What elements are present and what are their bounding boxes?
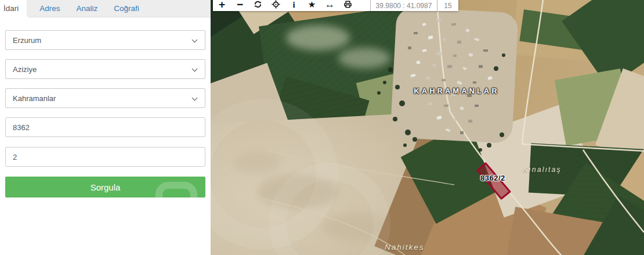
district-select-value: Aziziye xyxy=(13,65,37,74)
tab-bar-rest: Adres Analiz Coğrafi xyxy=(27,0,211,17)
district-select[interactable]: Aziziye xyxy=(5,59,205,79)
chevron-down-icon xyxy=(192,37,198,43)
measure-icon: ↔ xyxy=(325,1,335,9)
zoom-out-button[interactable]: − xyxy=(231,0,249,11)
zoom-level-readout: 15 xyxy=(437,0,458,11)
favorite-button[interactable]: ★ xyxy=(303,0,321,11)
tab-bar: İdari Adres Analiz Coğrafi xyxy=(0,0,211,17)
info-button[interactable]: i xyxy=(285,0,303,11)
neighborhood-select-value: Kahramanlar xyxy=(13,94,56,103)
refresh-icon xyxy=(254,0,262,9)
plus-icon: + xyxy=(219,1,225,9)
info-icon: i xyxy=(292,1,295,9)
print-button[interactable] xyxy=(339,0,357,11)
measure-button[interactable]: ↔ xyxy=(321,0,339,11)
tab-adres[interactable]: Adres xyxy=(31,0,68,17)
print-icon xyxy=(343,0,352,9)
tab-cografi[interactable]: Coğrafi xyxy=(106,0,147,17)
satellite-imagery xyxy=(211,0,644,255)
parcel-number-input[interactable] xyxy=(5,147,205,167)
minus-icon: − xyxy=(237,1,243,9)
query-panel: İdari Adres Analiz Coğrafi Erzurum Azizi… xyxy=(0,0,211,255)
coordinates-readout: 39.9800 : 41.0987 xyxy=(370,0,437,11)
watermark-arc xyxy=(155,182,197,197)
chevron-down-icon xyxy=(192,66,198,72)
locate-icon xyxy=(272,0,280,9)
neighborhood-select[interactable]: Kahramanlar xyxy=(5,88,205,108)
block-number-input[interactable] xyxy=(5,117,205,137)
locate-button[interactable] xyxy=(267,0,285,11)
province-select[interactable]: Erzurum xyxy=(5,30,205,50)
query-form: Erzurum Aziziye Kahramanlar Sorgula xyxy=(0,17,211,197)
tab-analiz[interactable]: Analiz xyxy=(68,0,106,17)
query-button-label: Sorgula xyxy=(91,182,121,192)
query-button[interactable]: Sorgula xyxy=(5,177,205,197)
map-canvas[interactable]: KAHRAMANLAR 8362/2 Kınalıtaş Nahitkes + … xyxy=(211,0,644,255)
zoom-in-button[interactable]: + xyxy=(213,0,231,11)
parcel-query-app: İdari Adres Analiz Coğrafi Erzurum Azizi… xyxy=(0,0,644,255)
chevron-down-icon xyxy=(192,95,198,101)
favorite-star-icon: ★ xyxy=(308,1,316,9)
tab-idari[interactable]: İdari xyxy=(0,0,27,17)
refresh-button[interactable] xyxy=(249,0,267,11)
province-select-value: Erzurum xyxy=(13,36,41,45)
map-toolbar: + − xyxy=(213,0,458,11)
